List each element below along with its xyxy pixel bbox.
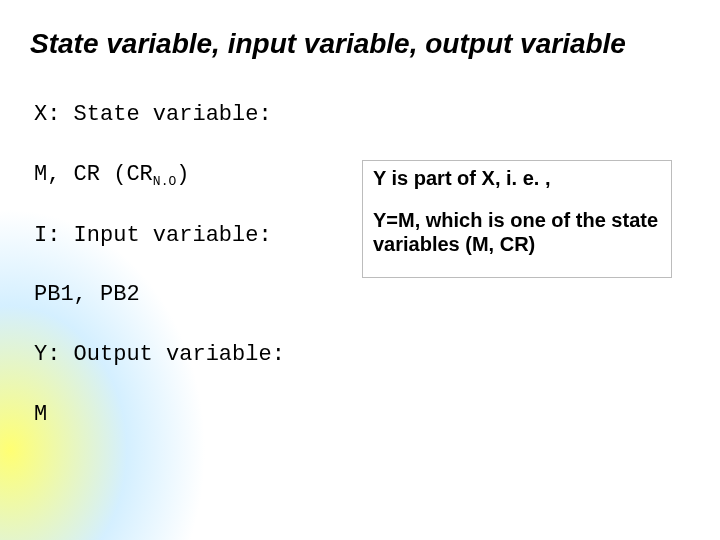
explanation-callout: Y is part of X, i. e. , Y=M, which is on… (362, 160, 672, 278)
state-variable-values: M, CR (CRN.O) (34, 160, 354, 191)
input-variable-heading: I: Input variable: (34, 221, 354, 251)
callout-line-1: Y is part of X, i. e. , (373, 167, 661, 190)
slide-title: State variable, input variable, output v… (30, 28, 690, 60)
callout-line-2: Y=M, which is one of the state variables… (373, 208, 661, 256)
slide: State variable, input variable, output v… (0, 0, 720, 540)
slide-body: X: State variable: M, CR (CRN.O) I: Inpu… (34, 100, 354, 459)
output-variable-values: M (34, 400, 354, 430)
state-variable-heading: X: State variable: (34, 100, 354, 130)
mcr-subscript: N.O (153, 174, 176, 189)
input-variable-values: PB1, PB2 (34, 280, 354, 310)
mcr-suffix: ) (176, 162, 189, 187)
output-variable-heading: Y: Output variable: (34, 340, 354, 370)
mcr-prefix: M, CR (CR (34, 162, 153, 187)
